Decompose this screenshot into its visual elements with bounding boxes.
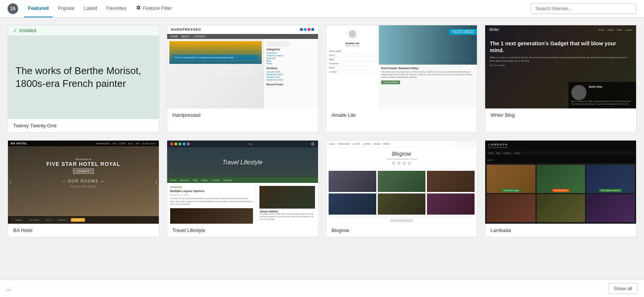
amalie-post-text: This theme uses the unique feature of Po… bbox=[381, 71, 475, 79]
bahotel-nav-1: HARDPRESSED bbox=[96, 142, 110, 145]
theme-card-lambada[interactable]: LAMBADA Dark Digital Downloads Home Blog… bbox=[485, 140, 636, 237]
hp-cat-3: Featured bbox=[267, 57, 316, 59]
writer-hero: The 1 next generation's Gadget that will… bbox=[485, 34, 636, 70]
top-navigation: 15 Featured Popular Latest Favorites Fea… bbox=[0, 0, 644, 17]
blogrow-nav-extra: EXTRAS bbox=[363, 143, 371, 145]
blogrow-grid-3 bbox=[427, 171, 475, 192]
bahotel-welcome: Welcome to bbox=[12, 158, 155, 161]
installed-label: Installed bbox=[19, 28, 36, 33]
travel-post-title: Multiple Layout Options bbox=[170, 189, 253, 193]
blogrow-header: Blogrow Clean Blog WordPress Theme bbox=[326, 148, 477, 168]
theme-hardpressed-bg: HARDPRESSED HOME ABOUT CONTACT bbox=[167, 25, 318, 108]
hp-arch-3: October 2013 bbox=[267, 76, 316, 78]
lambada-img-6 bbox=[586, 194, 635, 223]
theme-preview-lambada: LAMBADA Dark Digital Downloads Home Blog… bbox=[485, 141, 636, 224]
gear-icon bbox=[136, 5, 141, 11]
bahotel-book-btn[interactable]: ▶ BOOK IT bbox=[71, 218, 85, 222]
theme-name-writer: Writer Blog bbox=[485, 108, 636, 122]
bahotel-cta[interactable]: CHANGE IT bbox=[73, 169, 94, 174]
lambada-nav-blog: Blog bbox=[497, 152, 500, 154]
search-box-wrapper bbox=[531, 3, 636, 14]
travel-dot-1 bbox=[170, 142, 173, 145]
lambada-cell-1: The Guide to Apps bbox=[487, 165, 535, 193]
theme-card-ba-hotel[interactable]: BA HOTEL HARDPRESSED INFO TOURS BLOG WIF… bbox=[8, 140, 159, 237]
amalie-nav-2: Blog bbox=[329, 57, 376, 62]
theme-travel-bg: Blog Travel Lifestyle Home About Us Blog… bbox=[167, 141, 318, 224]
blogrow-nav: BLOG CATEGORIES LAYOUT EXTRAS PAGES MORE… bbox=[326, 141, 477, 148]
bahotel-hero-area: Welcome to FIVE STAR HOTEL ROYAL CHANGE … bbox=[8, 146, 159, 178]
blogrow-grid-5 bbox=[378, 193, 425, 215]
writer-hero-text: When it comes to a woman for her life, t… bbox=[490, 56, 632, 63]
theme-card-twenty-twenty-one[interactable]: ✓ Installed The works of Berthe Morisot,… bbox=[8, 25, 159, 133]
tab-favorites[interactable]: Favorites bbox=[102, 0, 130, 17]
tab-feature-filter[interactable]: Feature Filter bbox=[132, 0, 176, 17]
writer-header: Writer Home Pages News Layout bbox=[485, 25, 636, 34]
travel-dot-3 bbox=[178, 142, 182, 145]
writer-nav-news: News bbox=[617, 29, 622, 31]
lambada-cell-2: Download Book bbox=[537, 165, 585, 193]
blogrow-fb bbox=[392, 161, 396, 165]
tab-popular[interactable]: Popular bbox=[54, 0, 79, 17]
hp-arch-2: November 2013 bbox=[267, 73, 316, 76]
hp-arch-4: September 2013 bbox=[267, 79, 316, 81]
blogrow-tagline: Clean Blog WordPress Theme bbox=[329, 158, 474, 160]
travel-blog-nav: Blog bbox=[248, 143, 252, 145]
travel-search-icon bbox=[311, 142, 315, 146]
hp-archives: Archives January 2014 November 2013 Octo… bbox=[267, 67, 316, 81]
travel-nav-about: About Us bbox=[180, 179, 189, 181]
writer-nav-layout: Layout bbox=[625, 29, 632, 31]
theme-card-amalie-lite[interactable]: FEATURED Amalie Lite tagline goes here H… bbox=[326, 25, 478, 133]
writer-aside: John Doe Born in Kentucky in 1985, named… bbox=[568, 82, 636, 108]
theme-card-blogrow[interactable]: BLOG CATEGORIES LAYOUT EXTRAS PAGES MORE… bbox=[326, 140, 478, 237]
hp-nav: HOME ABOUT CONTACT bbox=[167, 34, 318, 39]
theme-preview-blogrow: BLOG CATEGORIES LAYOUT EXTRAS PAGES MORE… bbox=[326, 141, 477, 224]
theme-card-writer-blog[interactable]: Writer Home Pages News Layout The 1 next… bbox=[485, 25, 636, 133]
lambada-nav-graphics: Graphics bbox=[503, 152, 511, 154]
hp-body: This is a sample title for standard post… bbox=[167, 39, 318, 108]
lambada-header: LAMBADA Dark Digital Downloads bbox=[485, 141, 636, 151]
lambada-btn-2: Download Book bbox=[552, 189, 569, 192]
hp-cat-5: Music bbox=[267, 62, 316, 65]
theme-nav-tabs: Featured Popular Latest Favorites Featur… bbox=[24, 0, 531, 17]
hp-main: This is a sample title for standard post… bbox=[167, 39, 264, 108]
travel-nav-home: Home bbox=[170, 179, 176, 181]
writer-logo: Writer bbox=[489, 28, 499, 32]
bahotel-save: ↓ Save It bbox=[43, 218, 54, 222]
blogrow-nav-more: MORE ▾ bbox=[383, 143, 390, 145]
theme-card-hardpressed[interactable]: HARDPRESSED HOME ABOUT CONTACT bbox=[167, 25, 318, 133]
travel-nav-blog: Blog bbox=[193, 179, 197, 181]
bahotel-extra-items: ✎ Extra Items bbox=[26, 218, 41, 222]
hp-text-5 bbox=[169, 74, 252, 76]
hp-nav-about: ABOUT bbox=[181, 35, 190, 38]
theme-preview-twenty-twenty-one: The works of Berthe Morisot, 1800s-era F… bbox=[8, 36, 159, 119]
hp-recent-posts: Recent Posts bbox=[267, 83, 316, 86]
blogrow-rss bbox=[408, 161, 411, 165]
hp-cat-4: Blog bbox=[267, 60, 316, 62]
amalie-nav-4: Music bbox=[329, 66, 376, 70]
tab-latest[interactable]: Latest bbox=[80, 0, 101, 17]
blogrow-gp bbox=[402, 161, 406, 165]
hp-sidebar: Categories Adventure Travel & Leisure Fe… bbox=[264, 39, 318, 108]
theme-name-amalie: Amalie Lite bbox=[326, 108, 477, 122]
travel-nav-reviews: A Recipe bbox=[223, 179, 232, 181]
amalie-nav-3: Featured bbox=[329, 62, 376, 66]
lambada-nav-contact: Contact bbox=[514, 152, 520, 154]
search-themes-input[interactable] bbox=[531, 3, 636, 14]
amalie-more-btn[interactable]: SHOW MORE bbox=[381, 80, 400, 84]
hp-nav-contact: CONTACT bbox=[193, 35, 206, 38]
tab-featured[interactable]: Featured bbox=[24, 0, 53, 17]
blogrow-img-5 bbox=[378, 193, 425, 215]
amalie-main: Post Format: Standard Sticky This theme … bbox=[379, 25, 477, 108]
bahotel-next-arrow[interactable]: › bbox=[155, 179, 157, 186]
theme-blogrow-bg: BLOG CATEGORIES LAYOUT EXTRAS PAGES MORE… bbox=[326, 141, 477, 224]
amalie-content: Post Format: Standard Sticky This theme … bbox=[379, 65, 477, 108]
amalie-logo-text: Amalie Lite bbox=[329, 42, 376, 45]
lambada-btn-1: The Guide to Apps bbox=[501, 189, 521, 192]
bahotel-prev-arrow[interactable]: ‹ bbox=[9, 179, 11, 186]
theme-card-travel[interactable]: Blog Travel Lifestyle Home About Us Blog… bbox=[167, 140, 318, 237]
amalie-tagline: tagline goes here bbox=[329, 45, 376, 47]
writer-hero-title: The 1 next generation's Gadget that will… bbox=[490, 40, 632, 54]
blogrow-nav-categories: CATEGORIES bbox=[337, 143, 349, 145]
blogrow-grid-2 bbox=[378, 171, 425, 192]
theme-preview-bahotel: BA HOTEL HARDPRESSED INFO TOURS BLOG WIF… bbox=[8, 141, 159, 224]
